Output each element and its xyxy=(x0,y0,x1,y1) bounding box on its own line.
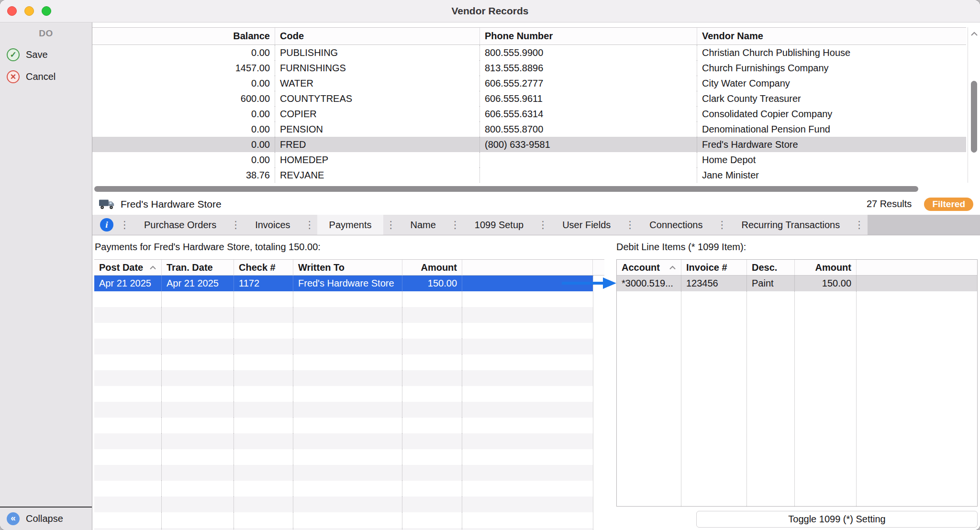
empty-cell xyxy=(234,449,293,465)
tab-payments[interactable]: Payments xyxy=(317,215,384,235)
payments-col-post-date[interactable]: Post Date xyxy=(94,260,162,275)
debit-col-amount[interactable]: Amount xyxy=(795,260,857,275)
empty-cell xyxy=(462,528,593,530)
empty-cell xyxy=(94,465,162,481)
vendor-name-cell: Fred's Hardware Store xyxy=(697,137,966,152)
payments-caption: Payments for Fred's Hardware Store, tota… xyxy=(95,242,321,253)
zoom-button[interactable] xyxy=(42,6,51,16)
collapse-button[interactable]: « Collapse xyxy=(0,508,63,530)
tab-name[interactable]: Name xyxy=(398,215,447,235)
empty-cell xyxy=(857,291,977,506)
empty-cell xyxy=(402,402,462,418)
vendor-row[interactable]: 0.00HOMEDEPHome Depot xyxy=(92,152,966,167)
debit-items-caption: Debit Line Items (* 1099 Item): xyxy=(616,242,746,253)
vendor-name-cell: Jane Minister xyxy=(697,167,966,183)
payment-empty-row xyxy=(94,465,593,481)
payments-scrollbar-gutter[interactable] xyxy=(593,276,604,530)
vendor-col-code[interactable]: Code xyxy=(275,28,480,44)
vendor-row[interactable]: 38.76REVJANEJane Minister xyxy=(92,167,966,183)
horizontal-scrollbar-thumb[interactable] xyxy=(94,186,918,192)
payments-col-written-to[interactable]: Written To xyxy=(293,260,402,275)
payments-table-header: Post Date Tran. Date Check # Written To … xyxy=(94,260,604,276)
col-label: Amount xyxy=(421,262,457,273)
toggle-1099-button[interactable]: Toggle 1099 (*) Setting xyxy=(696,511,978,528)
vendor-balance-cell: 0.00 xyxy=(92,152,275,167)
debit-desc-cell: Paint xyxy=(747,276,795,291)
empty-cell xyxy=(94,418,162,433)
payments-col-filler xyxy=(462,260,593,275)
vendor-row[interactable]: 0.00COPIER606.555.6314Consolidated Copie… xyxy=(92,106,966,121)
empty-cell xyxy=(402,339,462,354)
vendor-row[interactable]: 0.00FRED(800) 633-9581Fred's Hardware St… xyxy=(92,137,966,152)
empty-cell xyxy=(234,465,293,481)
empty-cell xyxy=(94,354,162,370)
empty-cell xyxy=(402,307,462,323)
payment-empty-row xyxy=(94,307,593,323)
empty-cell xyxy=(234,370,293,386)
link-arrow-icon xyxy=(561,275,617,292)
vendor-balance-cell: 600.00 xyxy=(92,91,275,106)
empty-cell xyxy=(747,291,795,506)
payment-row[interactable]: Apr 21 2025Apr 21 20251172Fred's Hardwar… xyxy=(94,276,593,291)
scroll-up-icon[interactable] xyxy=(968,27,980,41)
filtered-badge[interactable]: Filtered xyxy=(924,198,973,211)
vendor-horizontal-scrollbar[interactable] xyxy=(92,185,980,193)
tab-1099-setup[interactable]: 1099 Setup xyxy=(463,215,535,235)
info-icon[interactable]: i xyxy=(100,218,113,232)
cancel-button[interactable]: × Cancel xyxy=(0,66,92,88)
minimize-button[interactable] xyxy=(24,6,34,16)
empty-cell xyxy=(94,339,162,354)
vendor-col-balance[interactable]: Balance xyxy=(92,28,275,44)
vendor-balance-cell: 0.00 xyxy=(92,106,275,121)
debit-col-desc[interactable]: Desc. xyxy=(747,260,795,275)
vendor-col-phone[interactable]: Phone Number xyxy=(480,28,697,44)
empty-cell xyxy=(162,323,234,339)
payment-tran-date-cell: Apr 21 2025 xyxy=(162,276,234,291)
tab-connections[interactable]: Connections xyxy=(637,215,714,235)
vendor-row[interactable]: 0.00PENSION800.555.8700Denominational Pe… xyxy=(92,121,966,137)
close-button[interactable] xyxy=(7,6,17,16)
empty-cell xyxy=(162,528,234,530)
vendor-col-name[interactable]: Vendor Name xyxy=(697,28,966,44)
debit-col-invoice[interactable]: Invoice # xyxy=(681,260,747,275)
vendor-row[interactable]: 600.00COUNTYTREAS606.555.9611Clark Count… xyxy=(92,91,966,106)
empty-cell xyxy=(795,291,857,506)
sort-caret-icon xyxy=(669,265,676,270)
debit-row[interactable]: *3000.519...123456Paint150.00 xyxy=(617,276,977,291)
vendor-vertical-scrollbar[interactable] xyxy=(968,27,980,183)
vendor-row[interactable]: 1457.00FURNISHINGS813.555.8896Church Fur… xyxy=(92,60,966,76)
tab-purchase-orders[interactable]: Purchase Orders xyxy=(132,215,228,235)
empty-cell xyxy=(293,323,402,339)
vendor-phone-cell: 800.555.9900 xyxy=(480,45,697,60)
tab-user-fields[interactable]: User Fields xyxy=(550,215,623,235)
empty-cell xyxy=(94,449,162,465)
payments-col-amount[interactable]: Amount xyxy=(402,260,462,275)
payments-col-tran-date[interactable]: Tran. Date xyxy=(162,260,234,275)
vendor-row[interactable]: 0.00PUBLISHING800.555.9900Christian Chur… xyxy=(92,45,966,60)
empty-cell xyxy=(402,370,462,386)
vendor-scrollbar-thumb[interactable] xyxy=(971,81,977,153)
empty-cell xyxy=(462,370,593,386)
tab-recurring-transactions[interactable]: Recurring Transactions xyxy=(730,215,852,235)
vendor-name-cell: Clark County Treasurer xyxy=(697,91,966,106)
debit-filler-cell xyxy=(857,276,977,291)
save-label: Save xyxy=(26,49,48,60)
payment-written-to-cell: Fred's Hardware Store xyxy=(293,276,402,291)
debit-col-account[interactable]: Account xyxy=(617,260,681,275)
empty-cell xyxy=(234,354,293,370)
empty-cell xyxy=(293,481,402,497)
vendor-code-cell: PENSION xyxy=(275,121,480,137)
vendor-phone-cell: 606.555.2777 xyxy=(480,76,697,91)
empty-cell xyxy=(162,449,234,465)
empty-cell xyxy=(162,512,234,528)
save-button[interactable]: ✓ Save xyxy=(0,44,92,66)
tab-separator-icon: ⋮ xyxy=(716,219,729,231)
empty-cell xyxy=(462,354,593,370)
empty-cell xyxy=(94,307,162,323)
tab-invoices[interactable]: Invoices xyxy=(243,215,302,235)
empty-cell xyxy=(293,418,402,433)
vendor-balance-cell: 38.76 xyxy=(92,167,275,183)
payments-col-check[interactable]: Check # xyxy=(234,260,293,275)
payments-table: Post Date Tran. Date Check # Written To … xyxy=(94,259,604,530)
vendor-row[interactable]: 0.00WATER606.555.2777City Water Company xyxy=(92,76,966,91)
